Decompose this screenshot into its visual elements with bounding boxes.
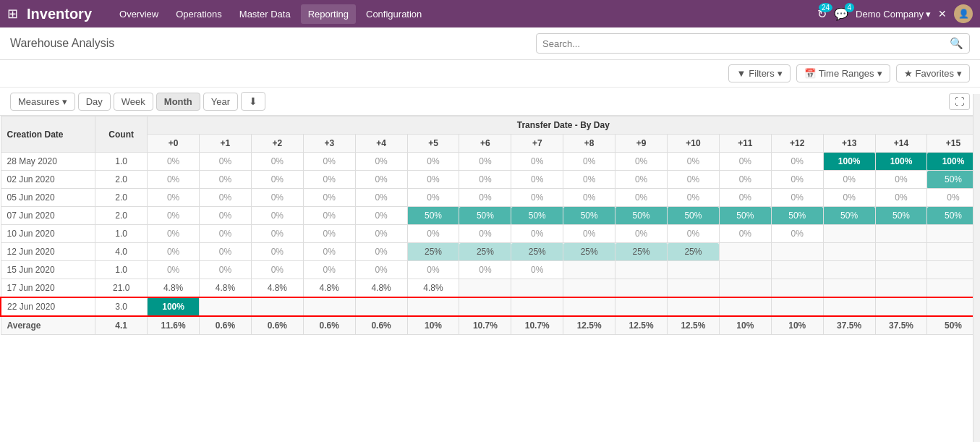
cell-value: 100%	[927, 153, 979, 171]
cell-value: 50%	[823, 207, 875, 225]
download-button[interactable]: ⬇	[241, 92, 265, 111]
cell-value: 0%	[615, 153, 668, 171]
cell-value: 0%	[200, 189, 252, 207]
cell-value: 0%	[200, 171, 252, 189]
cell-value: 0%	[668, 189, 720, 207]
cell-value	[563, 279, 615, 298]
cell-value	[615, 297, 668, 316]
cell-value: 4.8%	[407, 279, 459, 298]
menu-operations[interactable]: Operations	[169, 4, 229, 24]
messages-badge[interactable]: 💬 4	[834, 7, 848, 21]
table-container: Creation Date Count Transfer Date - By D…	[0, 116, 980, 335]
cell-value	[771, 297, 823, 316]
close-icon[interactable]: ✕	[938, 8, 947, 20]
cell-date: 05 Jun 2020	[1, 189, 95, 207]
cell-value: 4.8%	[200, 279, 252, 298]
search-bar: 🔍	[536, 33, 970, 54]
cell-value: 50%	[407, 207, 459, 225]
cell-value	[668, 261, 720, 279]
cell-value: 0%	[407, 261, 459, 279]
cell-count: 2.0	[95, 207, 148, 225]
toolbar: Measures ▾ Day Week Month Year ⬇ ⛶	[0, 88, 980, 116]
table-row: 28 May 20201.00%0%0%0%0%0%0%0%0%0%0%0%0%…	[1, 153, 979, 171]
cell-value: 25%	[407, 243, 459, 261]
cell-value	[719, 243, 771, 261]
cell-value: 25%	[615, 243, 668, 261]
cell-value	[823, 279, 875, 298]
menu-reporting[interactable]: Reporting	[301, 4, 356, 24]
day-button[interactable]: Day	[78, 93, 111, 111]
week-button[interactable]: Week	[114, 93, 153, 111]
cell-value: 0%	[771, 153, 823, 171]
cell-value: 0%	[303, 153, 355, 171]
cell-value: 100%	[875, 153, 927, 171]
scrollbar[interactable]	[973, 94, 980, 335]
cell-value	[511, 297, 563, 316]
cell-value	[355, 297, 407, 316]
cell-value: 0%	[719, 189, 771, 207]
cell-value	[719, 297, 771, 316]
average-cell: 10.7%	[511, 316, 563, 335]
group-header-cell: Transfer Date - By Day	[148, 116, 979, 135]
grid-icon[interactable]: ⊞	[7, 6, 18, 22]
cell-value	[719, 261, 771, 279]
cell-value: 0%	[148, 171, 200, 189]
cell-value	[823, 225, 875, 243]
average-cell: 37.5%	[823, 316, 875, 335]
cell-value	[875, 261, 927, 279]
time-ranges-button[interactable]: 📅 Time Ranges ▾	[796, 64, 890, 82]
cell-value: 0%	[200, 153, 252, 171]
cell-value: 0%	[719, 225, 771, 243]
cell-value	[927, 279, 979, 298]
cell-count: 1.0	[95, 225, 148, 243]
cell-value: 0%	[355, 189, 407, 207]
cell-value: 0%	[615, 171, 668, 189]
menu-overview[interactable]: Overview	[112, 4, 166, 24]
cell-value: 0%	[771, 225, 823, 243]
cell-value: 0%	[407, 189, 459, 207]
cell-value: 0%	[875, 171, 927, 189]
cell-value: 0%	[148, 225, 200, 243]
cell-value: 0%	[355, 171, 407, 189]
month-button[interactable]: Month	[156, 93, 200, 111]
cell-value	[823, 297, 875, 316]
cell-value: 0%	[303, 207, 355, 225]
cell-value: 0%	[823, 171, 875, 189]
cell-value: 25%	[459, 243, 511, 261]
cell-value: 0%	[459, 171, 511, 189]
company-selector[interactable]: Demo Company ▾	[856, 9, 931, 20]
table-row: 10 Jun 20201.00%0%0%0%0%0%0%0%0%0%0%0%0%	[1, 225, 979, 243]
cell-value	[407, 297, 459, 316]
cell-count: 2.0	[95, 189, 148, 207]
expand-button[interactable]: ⛶	[949, 93, 970, 110]
cell-value: 0%	[251, 225, 303, 243]
menu-masterdata[interactable]: Master Data	[232, 4, 298, 24]
cell-value: 50%	[771, 207, 823, 225]
cell-value: 0%	[200, 243, 252, 261]
measures-button[interactable]: Measures ▾	[10, 93, 75, 111]
cell-value	[615, 261, 668, 279]
cell-value	[459, 279, 511, 298]
updates-badge[interactable]: ↻ 24	[817, 7, 827, 21]
cell-value: 0%	[200, 261, 252, 279]
cell-value: 25%	[563, 243, 615, 261]
favorites-button[interactable]: ★ Favorites ▾	[896, 64, 970, 82]
filters-button[interactable]: ▼ Filters ▾	[728, 64, 790, 82]
cell-value: 50%	[563, 207, 615, 225]
year-button[interactable]: Year	[203, 93, 238, 111]
cell-value: 25%	[511, 243, 563, 261]
cell-value: 0%	[719, 171, 771, 189]
menu-configuration[interactable]: Configuration	[359, 4, 429, 24]
cell-value: 0%	[511, 225, 563, 243]
avatar[interactable]: 👤	[954, 4, 973, 23]
cell-date: 10 Jun 2020	[1, 225, 95, 243]
cell-value	[771, 243, 823, 261]
cell-value: 0%	[668, 225, 720, 243]
cell-value: 0%	[511, 261, 563, 279]
cell-value	[251, 297, 303, 316]
cell-value: 0%	[200, 225, 252, 243]
search-input[interactable]	[542, 38, 950, 49]
messages-count: 4	[845, 3, 855, 12]
cell-value: 0%	[511, 171, 563, 189]
cell-value: 0%	[251, 153, 303, 171]
